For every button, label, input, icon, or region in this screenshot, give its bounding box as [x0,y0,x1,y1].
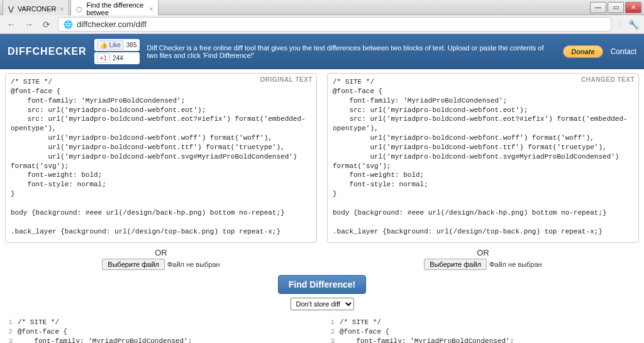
plus-count: 244 [113,55,123,62]
line-code: @font-face { [18,327,67,337]
original-text[interactable]: /* SITE */ @font-face { font-family: 'My… [6,74,316,242]
file-picker-right[interactable]: Выберите файл Файл не выбран [424,259,541,270]
result-line: 2@font-face { [5,327,317,337]
url-input[interactable]: 🌐 diffchecker.com/diff [58,17,611,31]
line-number: 3 [327,337,340,343]
address-bar: ← → ⟳ 🌐 diffchecker.com/diff ☆ 🔧 [0,15,644,34]
close-icon[interactable]: × [60,6,64,13]
store-select[interactable]: Don't store diff [291,298,354,310]
window-controls: — ▭ ✕ [590,2,641,13]
minimize-button[interactable]: — [590,2,606,13]
bookmark-icon[interactable]: ☆ [616,20,623,29]
line-number: 3 [5,337,18,343]
editors-row: ORIGINAL TEXT /* SITE */ @font-face { fo… [0,69,644,247]
or-text: OR [5,247,317,259]
tab-title: Find the difference betwee [86,1,145,16]
original-editor[interactable]: ORIGINAL TEXT /* SITE */ @font-face { fo… [5,73,317,243]
google-plus[interactable]: +1 244 [94,52,140,64]
result-line: 3 font-family: 'MyriadProBoldCondensed'; [5,337,317,343]
no-file-label: Файл не выбран [167,261,220,268]
browser-window: ⋁ VARCONER × ◌ Find the difference betwe… [0,0,644,343]
logo: DIFFCHECKER [8,46,87,57]
result-line: 3 font-family: 'MyriadProBoldCondensed'; [327,337,639,343]
line-code: @font-face { [340,327,389,337]
tab-title: VARCONER [18,5,57,13]
maximize-button[interactable]: ▭ [608,2,624,13]
file-picker-left[interactable]: Выберите файл Файл не выбран [102,259,219,270]
result-line: 1/* SITE */ [327,318,639,327]
result-right: 1/* SITE */2@font-face {3 font-family: '… [327,318,639,343]
file-upload-row: OR Выберите файл Файл не выбран OR Выбер… [0,247,644,270]
forward-icon[interactable]: → [23,18,35,31]
changed-label: CHANGED TEXT [581,76,635,83]
changed-text[interactable]: /* SITE */ @font-face { font-family: 'My… [328,74,638,242]
line-number: 1 [327,318,340,327]
original-label: ORIGINAL TEXT [260,76,313,83]
reload-icon[interactable]: ⟳ [40,18,53,31]
line-number: 2 [5,327,18,337]
line-code: /* SITE */ [18,318,59,327]
choose-file-button[interactable]: Выберите файл [424,259,487,270]
result-row: 1/* SITE */2@font-face {3 font-family: '… [0,314,644,343]
title-bar: ⋁ VARCONER × ◌ Find the difference betwe… [0,0,644,15]
result-left: 1/* SITE */2@font-face {3 font-family: '… [5,318,317,343]
url-text: diffchecker.com/diff [77,20,147,29]
line-code: font-family: 'MyriadProBoldCondensed'; [18,337,192,343]
back-icon[interactable]: ← [5,18,18,31]
globe-icon: 🌐 [64,20,73,29]
like-button[interactable]: 👍 Like [97,40,124,50]
tab-favicon: ◌ [76,5,82,13]
facebook-like[interactable]: 👍 Like 385 [94,39,140,51]
plus-button[interactable]: +1 [97,53,110,63]
changed-editor[interactable]: CHANGED TEXT /* SITE */ @font-face { fon… [327,73,639,243]
line-number: 1 [5,318,18,327]
or-text: OR [327,247,639,259]
close-icon[interactable]: × [150,6,153,13]
page-header: DIFFCHECKER 👍 Like 385 +1 244 Diff Check… [0,34,644,69]
contact-link[interactable]: Contact [611,47,636,56]
donate-button[interactable]: Donate [563,45,602,58]
like-count: 385 [126,42,137,48]
close-button[interactable]: ✕ [625,2,641,13]
choose-file-button[interactable]: Выберите файл [102,259,165,270]
result-line: 2@font-face { [327,327,639,337]
no-file-label: Файл не выбран [489,261,542,268]
tagline: Diff Checker is a free online diff tool … [147,44,556,59]
settings-icon[interactable]: 🔧 [628,20,639,30]
line-code: /* SITE */ [340,318,381,327]
action-row: Find Difference! Don't store diff [0,270,644,314]
result-line: 1/* SITE */ [5,318,317,327]
tab-favicon: ⋁ [8,5,14,13]
line-number: 2 [327,327,340,337]
find-difference-button[interactable]: Find Difference! [278,275,367,294]
line-code: font-family: 'MyriadProBoldCondensed'; [340,337,514,343]
page-content: DIFFCHECKER 👍 Like 385 +1 244 Diff Check… [0,34,644,343]
